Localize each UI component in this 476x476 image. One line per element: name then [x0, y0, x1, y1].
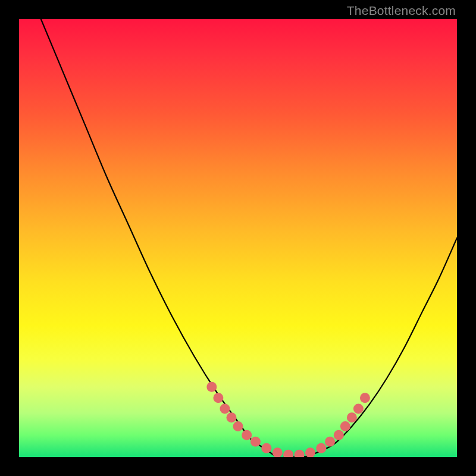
highlight-dot [325, 437, 335, 447]
highlight-dot [334, 430, 344, 440]
highlight-dot [305, 447, 315, 457]
chart-svg [19, 19, 457, 457]
highlight-dot [340, 421, 350, 431]
bottleneck-curve [41, 19, 457, 457]
attribution-label: TheBottleneck.com [347, 4, 456, 18]
highlight-dot [213, 393, 223, 403]
highlight-dot [233, 421, 243, 431]
highlight-dot [206, 382, 217, 392]
highlight-dot [316, 443, 326, 453]
highlight-dot [273, 447, 283, 457]
highlight-dot [220, 404, 230, 414]
highlight-dot [242, 430, 252, 440]
highlight-dot [347, 412, 357, 422]
highlight-dot [261, 443, 271, 453]
highlight-dot [226, 412, 236, 422]
highlight-dot [250, 437, 261, 447]
chart-frame: TheBottleneck.com [0, 0, 476, 476]
highlight-dot [360, 393, 370, 403]
plot-area [19, 19, 457, 457]
highlight-dots [206, 382, 370, 457]
highlight-dot [353, 404, 364, 414]
highlight-dot [283, 450, 293, 457]
highlight-dot [295, 450, 305, 457]
